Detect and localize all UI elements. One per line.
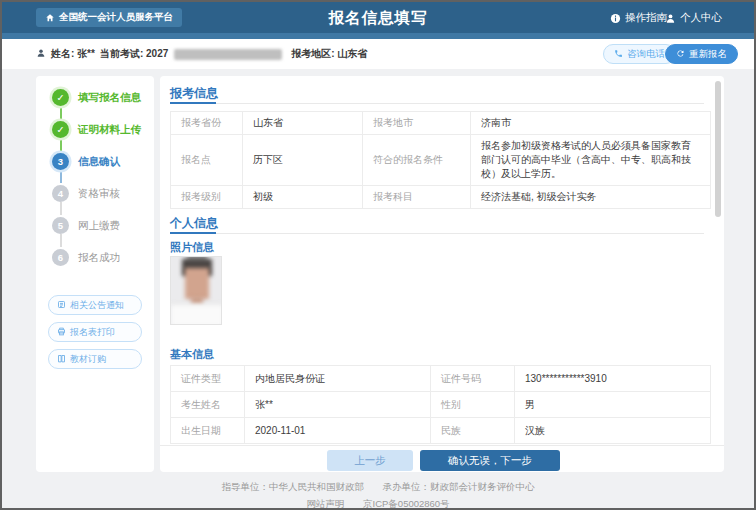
table-row: 出生日期 2020-11-01 民族 汉族 <box>171 418 711 444</box>
previous-step-button[interactable]: 上一步 <box>327 450 413 471</box>
field-label: 性别 <box>431 392 515 418</box>
consult-phone-label: 咨询电话 <box>627 48 665 61</box>
current-exam-text: 当前考试: 2027 <box>100 47 168 61</box>
field-label: 出生日期 <box>171 418 245 444</box>
field-value: 2020-11-01 <box>245 418 431 444</box>
user-icon <box>665 13 676 24</box>
field-label: 符合的报名条件 <box>363 135 471 186</box>
footer-divider <box>160 445 724 446</box>
top-header: 全国统一会计人员服务平台 报名信息填写 操作指南 个人中心 <box>2 2 754 33</box>
guide-label: 操作指南 <box>625 11 667 25</box>
table-row: 报名点 历下区 符合的报名条件 报名参加初级资格考试的人员必须具备国家教育部门认… <box>171 135 711 186</box>
refresh-icon <box>676 49 685 60</box>
field-value: 内地居民身份证 <box>245 366 431 392</box>
icp-license-link[interactable]: 京ICP备05002860号 <box>363 498 450 509</box>
redacted-exam-name <box>174 49 282 60</box>
user-summary: 姓名: 张** 当前考试: 2027 报考地区: 山东省 <box>36 39 367 69</box>
step-number: 4 <box>52 185 69 202</box>
check-icon: ✓ <box>52 89 69 106</box>
candidate-photo <box>170 256 222 325</box>
step-label: 网上缴费 <box>78 219 120 233</box>
step-connector <box>60 170 62 183</box>
book-icon <box>57 354 66 365</box>
step-label: 填写报名信息 <box>78 91 141 105</box>
step-number: 5 <box>52 217 69 234</box>
site-statement-link[interactable]: 网站声明 <box>306 498 344 509</box>
step-number: 3 <box>52 153 69 170</box>
field-value: 山东省 <box>243 112 363 135</box>
step-connector <box>60 138 62 151</box>
field-value: 130***********3910 <box>515 366 711 392</box>
check-icon: ✓ <box>52 121 69 138</box>
step-label: 信息确认 <box>78 155 120 169</box>
exam-info-section-title: 报考信息 <box>170 85 218 102</box>
table-row: 报考省份 山东省 报考地市 济南市 <box>171 112 711 135</box>
field-value: 经济法基础, 初级会计实务 <box>471 186 711 209</box>
personal-center-link[interactable]: 个人中心 <box>665 11 722 25</box>
page-footer: 指导单位：中华人民共和国财政部 承办单位：财政部会计财务评价中心 网站声明 京I… <box>2 475 754 508</box>
user-info-bar: 姓名: 张** 当前考试: 2027 报考地区: 山东省 咨询电话 重新报名 <box>2 39 754 69</box>
step-connector <box>60 106 62 119</box>
step-connector <box>60 202 62 215</box>
section-rule-accent <box>170 102 216 104</box>
textbook-order-label: 教材订购 <box>70 353 106 366</box>
textbook-order-button[interactable]: 教材订购 <box>48 349 142 369</box>
app-window: 全国统一会计人员服务平台 报名信息填写 操作指南 个人中心 姓名: 张** 当前… <box>0 0 756 510</box>
info-icon <box>610 13 621 24</box>
step-item-register-success: 6 报名成功 <box>52 249 120 266</box>
step-label: 报名成功 <box>78 251 120 265</box>
step-item-qualification-review: 4 资格审核 <box>52 185 120 202</box>
field-label: 报考科目 <box>363 186 471 209</box>
announcements-label: 相关公告通知 <box>70 299 124 312</box>
re-register-button[interactable]: 重新报名 <box>665 44 738 64</box>
photo-pixels <box>171 303 222 325</box>
section-rule <box>170 233 704 234</box>
announcement-icon <box>57 300 66 311</box>
exam-region-text: 报考地区: 山东省 <box>291 47 367 61</box>
field-label: 报名点 <box>171 135 243 186</box>
step-item-online-payment: 5 网上缴费 <box>52 217 120 234</box>
re-register-label: 重新报名 <box>689 48 727 61</box>
field-label: 报考级别 <box>171 186 243 209</box>
personal-center-label: 个人中心 <box>680 11 722 25</box>
field-label: 证件类型 <box>171 366 245 392</box>
field-label: 报考地市 <box>363 112 471 135</box>
guide-unit-text: 指导单位：中华人民共和国财政部 <box>221 481 364 492</box>
photo-info-subtitle: 照片信息 <box>170 240 214 255</box>
table-row: 报考级别 初级 报考科目 经济法基础, 初级会计实务 <box>171 186 711 209</box>
user-name-text: 姓名: 张** <box>51 47 95 61</box>
announcements-button[interactable]: 相关公告通知 <box>48 295 142 315</box>
field-value: 汉族 <box>515 418 711 444</box>
scrollbar-track[interactable] <box>715 79 721 469</box>
step-item-confirm-info: 3 信息确认 <box>52 153 120 170</box>
step-item-fill-info: ✓ 填写报名信息 <box>52 89 141 106</box>
print-form-button[interactable]: 报名表打印 <box>48 322 142 342</box>
section-rule-accent <box>170 232 216 234</box>
steps-sidebar: ✓ 填写报名信息 ✓ 证明材料上传 3 信息确认 4 资格审核 5 网上缴费 6… <box>36 76 154 472</box>
step-connector <box>60 234 62 247</box>
confirmation-panel: 报考信息 报考省份 山东省 报考地市 济南市 报名点 历下区 符合的报名条件 报… <box>160 76 724 472</box>
printer-icon <box>57 327 66 338</box>
scrollbar-thumb[interactable] <box>715 81 721 217</box>
field-value: 男 <box>515 392 711 418</box>
step-label: 资格审核 <box>78 187 120 201</box>
table-row: 证件类型 内地居民身份证 证件号码 130***********3910 <box>171 366 711 392</box>
field-label: 证件号码 <box>431 366 515 392</box>
confirm-next-button[interactable]: 确认无误，下一步 <box>420 450 560 471</box>
step-number: 6 <box>52 249 69 266</box>
field-value: 张** <box>245 392 431 418</box>
user-icon <box>36 48 46 60</box>
exam-info-table: 报考省份 山东省 报考地市 济南市 报名点 历下区 符合的报名条件 报名参加初级… <box>170 111 711 209</box>
guide-link[interactable]: 操作指南 <box>610 11 667 25</box>
step-label: 证明材料上传 <box>78 123 141 137</box>
table-row: 考生姓名 张** 性别 男 <box>171 392 711 418</box>
host-unit-text: 承办单位：财政部会计财务评价中心 <box>383 481 535 492</box>
field-value: 历下区 <box>243 135 363 186</box>
phone-icon <box>614 49 623 60</box>
photo-pixels <box>185 268 209 299</box>
basic-info-subtitle: 基本信息 <box>170 347 214 362</box>
personal-info-section-title: 个人信息 <box>170 215 218 232</box>
field-value: 初级 <box>243 186 363 209</box>
field-label: 报考省份 <box>171 112 243 135</box>
step-item-upload-material: ✓ 证明材料上传 <box>52 121 141 138</box>
